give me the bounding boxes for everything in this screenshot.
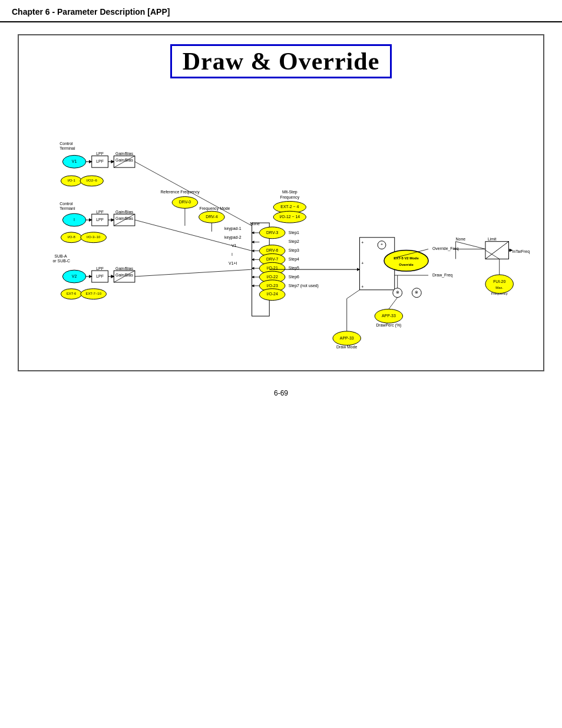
- none1-label: None: [250, 222, 260, 226]
- fui20-label: FUI-20: [493, 279, 505, 284]
- io24-label: I/O-24: [267, 292, 278, 296]
- drawmode-to-box: [347, 290, 360, 299]
- i-input-label: I: [232, 252, 233, 256]
- v1i-input-label: V1+I: [229, 261, 237, 265]
- step5-label: Step5: [289, 266, 299, 271]
- drv3-label: DRV-3: [266, 230, 278, 235]
- page-header: Chapter 6 - Parameter Description [APP]: [0, 0, 562, 22]
- app33-drawperc-label: APP-33: [382, 314, 396, 318]
- chapter-title: Chapter 6 - Parameter Description [APP]: [12, 7, 170, 17]
- app33-to-x1: [389, 298, 398, 309]
- io26-label: I/O2~6: [87, 179, 98, 182]
- mlt-step-freq-label2: Frequency: [280, 195, 300, 200]
- control-terminal-1-label2: Terminal: [59, 146, 75, 150]
- gainbias3-label: Gain/Bias: [115, 273, 133, 277]
- step3-label: Step3: [289, 248, 299, 253]
- gainbias2-header: Gain/Bias: [115, 210, 133, 214]
- io22-label: I/O-22: [267, 275, 278, 279]
- ext710-label: EXT-7~10: [85, 292, 101, 295]
- ext5-label2: Override: [399, 263, 414, 266]
- max-freq-label2: Frequency: [491, 292, 508, 295]
- lpf1-header: LPF: [96, 151, 104, 156]
- max-freq-label: Max.: [495, 286, 503, 289]
- ext5-oval: [384, 251, 428, 272]
- keypad1-label: keypad-1: [224, 226, 242, 231]
- diagram-container: Draw & Override Control Terminal V1 LPF …: [18, 34, 544, 371]
- lpf1-label: LPF: [96, 159, 104, 163]
- control-terminal-2-label2: Termianl: [59, 206, 75, 210]
- diag-to-limit: [456, 242, 485, 249]
- lpf3-header: LPF: [96, 266, 104, 271]
- io8-label: I/O-8: [68, 235, 76, 239]
- gainbias2-label: Gain/Bias: [115, 216, 133, 220]
- step4-label: Step4: [289, 257, 299, 262]
- step6-label: Step6: [289, 275, 299, 279]
- control-terminal-1-label: Control: [59, 141, 73, 146]
- suba-label: SUB-A: [54, 254, 67, 258]
- lpf2-header: LPF: [96, 210, 104, 214]
- page-footer: 6-69: [0, 389, 562, 397]
- mlt-step-freq-label: Mlt-Step: [282, 190, 297, 195]
- gainbias3-header: Gain/Bias: [115, 266, 133, 271]
- i-label: I: [74, 218, 75, 222]
- draw-freq-label: Draw_Freq: [432, 273, 452, 278]
- plus3-label: +: [361, 285, 363, 289]
- ext6-label: EXT-6: [67, 292, 77, 295]
- fui20-oval: [485, 275, 513, 294]
- none2-label: None: [456, 237, 466, 241]
- lpf2-label: LPF: [96, 218, 104, 222]
- lpf3-label: LPF: [96, 274, 104, 278]
- x-symbol-2: ⊗: [415, 291, 418, 295]
- io310-label: I/O-3~10: [87, 235, 101, 239]
- app33-drawmode-label: APP-33: [340, 336, 354, 340]
- sum-plus-1: +: [381, 242, 383, 246]
- diagram-svg: Control Terminal V1 LPF Gain/Bias LPF Ga…: [28, 90, 534, 361]
- freq-mode-label: Frequency Mode: [200, 206, 230, 211]
- gb3-to-mux: [135, 269, 252, 276]
- gainbias1-label: Gain/Bias: [115, 158, 133, 162]
- diagram-title-text: Draw & Override: [170, 44, 392, 78]
- v1-label: V1: [72, 159, 77, 163]
- drawperc-label: DrawPerc (%): [376, 323, 401, 328]
- subc-label: or SUB-C: [53, 259, 71, 263]
- gb1-to-mux: [135, 162, 252, 226]
- x-symbol-1: ⊗: [396, 291, 399, 295]
- draw-mode-label: Draw Mode: [336, 345, 357, 349]
- diagram-body: Control Terminal V1 LPF Gain/Bias LPF Ga…: [28, 90, 534, 361]
- page-number: 6-69: [274, 389, 288, 397]
- step1-label: Step1: [289, 230, 299, 235]
- keypad2-label: keypad-2: [224, 235, 242, 240]
- io23-label: I/O-23: [267, 284, 278, 288]
- drv0-label: DRV-0: [179, 200, 191, 204]
- mtarfreq-label: mTarFreq: [512, 249, 530, 254]
- ext24-label: EXT-2 ~ 4: [280, 205, 299, 209]
- diagram-title: Draw & Override: [28, 44, 534, 78]
- drv6-label: DRV-6: [266, 248, 278, 252]
- drv7-label: DRV-7: [266, 257, 278, 261]
- plus1-label: +: [361, 241, 363, 245]
- v2-label: V2: [72, 274, 77, 278]
- io23-step7: Step7 (not used): [289, 284, 319, 288]
- io1214-label: I/O-12 ~ 14: [279, 215, 300, 219]
- control-terminal-2-label: Control: [59, 202, 73, 206]
- gainbias1-header: Gain/Bias: [115, 151, 133, 156]
- step2-label: Step2: [289, 240, 299, 245]
- plus2-label: +: [361, 261, 363, 265]
- drv4-label: DRV-4: [206, 215, 217, 219]
- io1-label: I/O-1: [68, 179, 75, 182]
- limit-label: Limit: [488, 237, 497, 241]
